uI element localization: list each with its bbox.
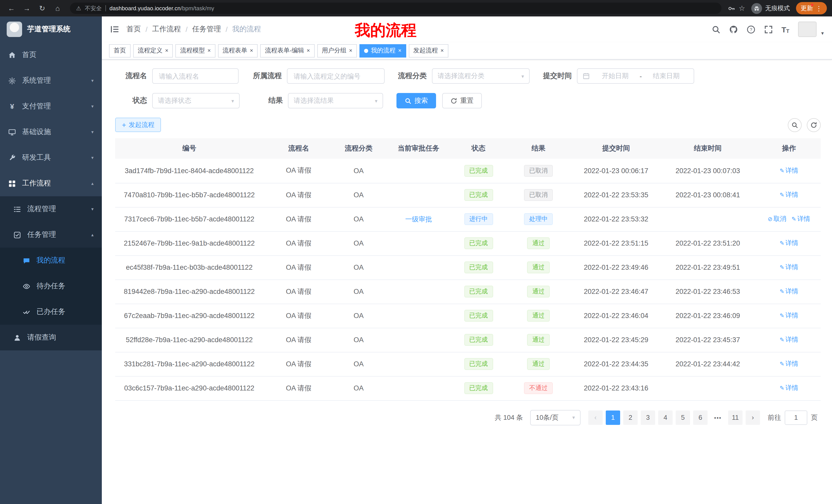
browser-home-icon[interactable]: ⌂ (51, 4, 64, 12)
tab-home[interactable]: 首页 (109, 44, 131, 57)
page-button-4[interactable]: 4 (658, 410, 673, 425)
forward-icon[interactable]: → (21, 4, 33, 12)
cancel-action[interactable]: ⊘取消 (768, 215, 786, 222)
browser-menu-icon[interactable]: ⋮ (815, 4, 822, 12)
page-button-6[interactable]: 6 (693, 410, 707, 425)
detail-action[interactable]: ✎详情 (780, 167, 798, 174)
close-icon[interactable]: × (349, 48, 353, 53)
page-ellipsis[interactable]: ••• (711, 414, 725, 421)
sidebar-item-home[interactable]: 首页 (0, 42, 102, 68)
sidebar-item-my-process[interactable]: 我的流程 (0, 248, 102, 273)
close-icon[interactable]: × (398, 48, 401, 53)
chevron-down-icon: ▾ (569, 415, 575, 420)
search-button[interactable]: 搜索 (396, 93, 436, 108)
detail-action[interactable]: ✎详情 (780, 312, 798, 319)
breadcrumb-item[interactable]: 首页 (127, 25, 141, 34)
sidebar-item-system[interactable]: 系统管理 ▾ (0, 68, 102, 93)
sidebar-item-infra[interactable]: 基础设施 ▾ (0, 119, 102, 145)
search-icon[interactable] (711, 25, 720, 34)
github-icon[interactable] (729, 25, 738, 34)
detail-action[interactable]: ✎详情 (780, 191, 798, 198)
date-range-picker[interactable]: 开始日期 - 结束日期 (577, 68, 694, 84)
avatar-caret-icon[interactable]: ▾ (821, 30, 824, 37)
close-icon[interactable]: × (207, 48, 211, 53)
refresh-table-button[interactable] (807, 118, 821, 132)
back-icon[interactable]: ← (5, 4, 18, 12)
update-button[interactable]: 更新 ⋮ (796, 2, 827, 15)
app-logo-row[interactable]: 芋道管理系统 (0, 17, 102, 42)
cell-actions: ✎详情 (757, 376, 821, 400)
detail-action[interactable]: ✎详情 (780, 240, 798, 247)
avatar[interactable] (798, 22, 816, 37)
detail-action[interactable]: ✎详情 (791, 215, 810, 222)
sidebar-item-payment[interactable]: ¥ 支付管理 ▾ (0, 93, 102, 119)
close-icon[interactable]: × (250, 48, 253, 53)
sidebar-item-task-management[interactable]: 任务管理 ▴ (0, 222, 102, 248)
home-icon (8, 51, 16, 59)
cell-submit-time: 2022-01-22 23:46:47 (574, 279, 658, 304)
detail-action[interactable]: ✎详情 (780, 384, 798, 391)
bookmark-star-icon[interactable]: ☆ (739, 4, 745, 12)
sidebar-item-devtools[interactable]: 研发工具 ▾ (0, 145, 102, 171)
task-link[interactable]: 一级审批 (405, 215, 432, 223)
close-icon[interactable]: × (440, 48, 444, 53)
help-icon[interactable]: ? (746, 25, 755, 34)
create-process-button[interactable]: + 发起流程 (115, 118, 161, 132)
svg-text:?: ? (750, 27, 752, 32)
fullscreen-icon[interactable] (764, 25, 773, 34)
detail-action[interactable]: ✎详情 (780, 263, 798, 271)
cell-end-time: 2022-01-22 23:45:37 (658, 328, 757, 352)
breadcrumb-item[interactable]: 工作流程 (152, 25, 181, 34)
pagination-total: 共 104 条 (495, 413, 523, 422)
sidebar-item-workflow[interactable]: 工作流程 ▴ (0, 171, 102, 196)
tab-my-process[interactable]: 我的流程× (359, 44, 406, 57)
sidebar-item-process-management[interactable]: 流程管理 ▾ (0, 196, 102, 222)
cell-end-time: 2022-01-22 23:46:53 (658, 279, 757, 304)
process-label: 所属流程 (252, 72, 282, 81)
reset-button[interactable]: 重置 (442, 93, 482, 108)
tab-process-form[interactable]: 流程表单× (218, 44, 258, 57)
process-name-input[interactable] (152, 68, 239, 84)
goto-page-input[interactable] (785, 410, 807, 425)
status-select[interactable]: 请选择状态 ▾ (152, 93, 240, 108)
prev-page-button[interactable]: ‹ (588, 410, 603, 425)
breadcrumb-item[interactable]: 任务管理 (192, 25, 221, 34)
cell-status: 已完成 (454, 255, 503, 279)
tab-process-model[interactable]: 流程模型× (176, 44, 215, 57)
page-size-select[interactable]: 10条/页 ▾ (530, 410, 580, 425)
category-select[interactable]: 请选择流程分类 ▾ (432, 68, 530, 84)
page-button-3[interactable]: 3 (641, 410, 655, 425)
cell-status: 已完成 (454, 279, 503, 304)
cell-result: 已取消 (503, 183, 574, 207)
page-button-5[interactable]: 5 (676, 410, 690, 425)
tab-user-group[interactable]: 用户分组× (317, 44, 357, 57)
sidebar-collapse-icon[interactable] (110, 25, 119, 34)
security-label[interactable]: 不安全 (85, 4, 102, 12)
page-button-1[interactable]: 1 (606, 410, 620, 425)
detail-action[interactable]: ✎详情 (780, 360, 798, 367)
cell-end-time: 2022-01-23 00:07:03 (658, 159, 757, 183)
tab-process-definition[interactable]: 流程定义× (133, 44, 173, 57)
start-date-input[interactable]: 开始日期 (593, 72, 638, 81)
page-button-11[interactable]: 11 (728, 410, 743, 425)
close-icon[interactable]: × (307, 48, 310, 53)
password-key-icon[interactable] (728, 4, 735, 12)
grid-icon (8, 179, 16, 187)
detail-action[interactable]: ✎详情 (780, 288, 798, 295)
search-toggle-button[interactable] (788, 118, 802, 132)
process-id-input[interactable] (287, 68, 385, 84)
next-page-button[interactable]: › (746, 410, 760, 425)
sidebar-item-leave-query[interactable]: 请假查询 (0, 325, 102, 351)
sidebar-item-todo-tasks[interactable]: 待办任务 (0, 273, 102, 299)
close-icon[interactable]: × (165, 48, 168, 53)
font-size-icon[interactable]: TT (781, 25, 789, 34)
page-button-2[interactable]: 2 (623, 410, 638, 425)
tab-process-form-edit[interactable]: 流程表单-编辑× (260, 44, 315, 57)
sidebar-item-done-tasks[interactable]: 已办任务 (0, 299, 102, 325)
reload-icon[interactable]: ↻ (36, 4, 48, 12)
result-select[interactable]: 请选择流结果 ▾ (288, 93, 383, 108)
address-bar[interactable]: ⚠ 不安全 dashboard.yudao.iocoder.cn/bpm/tas… (70, 3, 722, 14)
tab-start-process[interactable]: 发起流程× (409, 44, 448, 57)
detail-action[interactable]: ✎详情 (780, 336, 798, 343)
end-date-input[interactable]: 结束日期 (644, 72, 688, 81)
